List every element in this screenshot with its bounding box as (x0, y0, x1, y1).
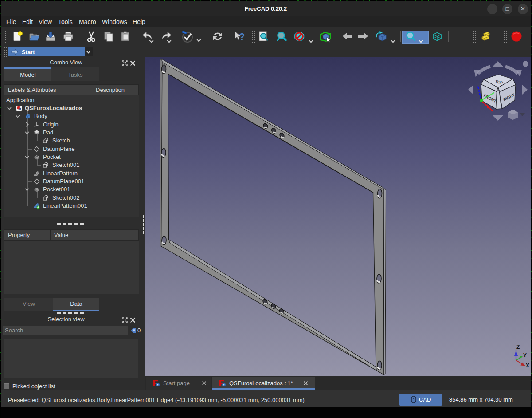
svg-text:?: ? (239, 31, 245, 42)
svg-text:Y: Y (523, 352, 527, 359)
svg-text:X: X (526, 363, 529, 369)
svg-text:Z: Z (516, 344, 520, 350)
